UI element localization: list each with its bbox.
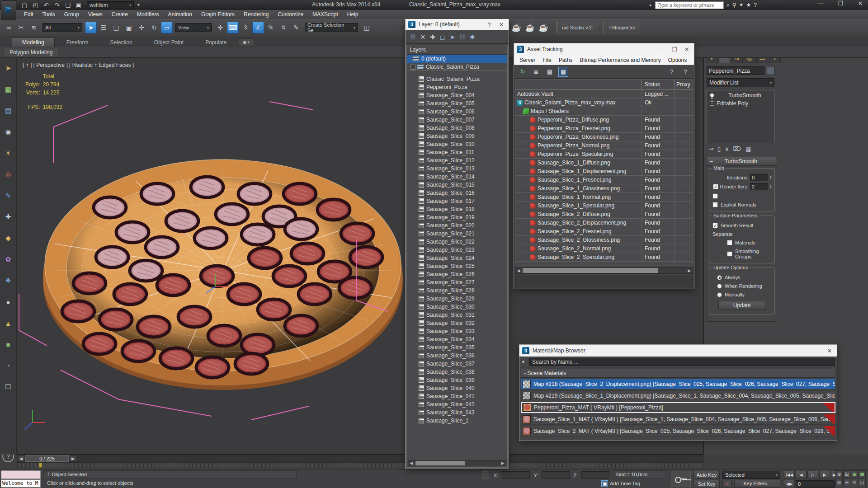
asset-row[interactable]: Pepperoni_Pizza_Specular.png Found [515, 150, 693, 159]
help-question-icon[interactable]: ? [680, 67, 690, 77]
scroll-right-icon[interactable]: ▶ [500, 461, 506, 465]
layer-row[interactable]: − 0 (default) [407, 55, 507, 63]
reference-coordinate-combo[interactable]: View▾ [175, 23, 212, 32]
layer-row[interactable]: − Sausage_Slice_013 [407, 164, 507, 173]
y-coordinate-field[interactable] [542, 471, 570, 479]
iterations-spinner[interactable]: ▲▼ [769, 175, 772, 180]
asset-row[interactable]: Sausage_Slice_1_Fresnel.png Found [515, 176, 693, 184]
material-row[interactable]: Sausage_Slice_1_MAT ( VRayMtl ) [Sausage… [521, 414, 835, 425]
time-slider[interactable]: ◀ 0 / 225 ▶ [17, 455, 703, 462]
asset-row[interactable]: Sausage_Slice_2_Displacement.png Found [515, 219, 693, 227]
key-mode-toggle-icon[interactable]: ◀▶ [784, 480, 795, 488]
layer-row[interactable]: − Sausage_Slice_006 [407, 108, 507, 116]
zoom-icon[interactable]: ⊕ [835, 470, 843, 478]
asset-row[interactable]: Sausage_Slice_1_Specular.png Found [515, 202, 693, 210]
z-coordinate-field[interactable] [581, 471, 609, 479]
menu-item[interactable]: Group [60, 10, 83, 19]
layer-row[interactable]: − Sausage_Slice_039 [407, 376, 507, 384]
helper-add-icon[interactable]: ✚ [2, 211, 14, 223]
highlight-layer-icon[interactable]: ☷ [459, 33, 465, 41]
menu-item[interactable]: Tools [38, 10, 59, 19]
select-and-move-icon[interactable]: ✛ [136, 22, 147, 33]
tab-modeling[interactable]: Modeling [12, 38, 55, 47]
angle-snap-icon[interactable]: ∠ [252, 22, 264, 33]
layer-row[interactable]: − Sausage_Slice_018 [407, 205, 507, 213]
layer-row[interactable]: − Sausage_Slice_008 [407, 124, 507, 132]
delete-layer-icon[interactable]: ✕ [420, 33, 426, 41]
table-view-icon[interactable]: ▦ [558, 67, 568, 77]
asset-row[interactable]: Sausage_Slice_1_Normal.png Found [515, 193, 693, 202]
asset-row[interactable]: Sausage_Slice_2_Specular.png Found [515, 253, 693, 262]
track-bar[interactable] [17, 462, 703, 468]
layer-row[interactable]: − Sausage_Slice_043 [407, 408, 507, 417]
menu-item[interactable]: Views [84, 10, 107, 19]
layer-close-button[interactable]: ✕ [497, 21, 506, 28]
render-iters-field[interactable]: 2 [750, 183, 768, 190]
layer-row[interactable]: − Sausage_Slice_030 [407, 303, 507, 311]
show-end-result-icon[interactable]: ▯ [717, 145, 721, 152]
materials-checkbox[interactable] [727, 240, 732, 245]
layer-row[interactable]: − Sausage_Slice_038 [407, 368, 507, 376]
explicit-normals-checkbox[interactable] [712, 202, 718, 207]
layer-row[interactable]: − Sausage_Slice_036 [407, 352, 507, 360]
unlink-selection-icon[interactable]: ✂ [15, 22, 27, 33]
play-animation-icon[interactable]: ▷ [807, 471, 818, 479]
layer-row[interactable]: − Sausage_Slice_005 [407, 99, 507, 108]
asset-row[interactable]: Pepperoni_Pizza_Normal.png Found [515, 141, 693, 150]
scene-materials-section-header[interactable]: - Scene Materials [521, 369, 835, 378]
always-radio[interactable] [717, 275, 722, 280]
rectangular-selection-icon[interactable]: ▢ [110, 22, 122, 33]
scrollbar-thumb[interactable] [523, 268, 658, 273]
isoline-display-checkbox[interactable] [712, 193, 718, 199]
cone-primitive-icon[interactable]: ▲ [2, 317, 14, 329]
layer-properties-icon[interactable]: ✱ [470, 33, 475, 41]
plugin-toolbar-button[interactable]: TSInspector [603, 22, 640, 33]
x-coordinate-field[interactable] [502, 471, 530, 479]
manually-radio[interactable] [717, 292, 722, 297]
remove-modifier-icon[interactable]: ⌦ [733, 145, 741, 152]
layer-row[interactable]: − Sausage_Slice_016 [407, 189, 507, 197]
spinner-snap-icon[interactable]: ⇅ [278, 22, 289, 33]
layer-row[interactable]: − Sausage_Slice_1 [407, 417, 507, 425]
layer-row[interactable]: − Sausage_Slice_027 [407, 278, 507, 286]
mirror-icon[interactable]: ◫ [361, 22, 373, 33]
maximize-button[interactable]: ❐ [836, 0, 844, 7]
ribbon-config-dropdown[interactable]: ▣ ▾ [239, 38, 254, 46]
keyboard-override-icon[interactable]: ⌨ [227, 22, 239, 33]
asset-maximize-button[interactable]: ❐ [670, 46, 679, 53]
filter-dropdown-icon[interactable]: ▼ [521, 360, 528, 364]
set-key-button[interactable]: Set Key [693, 480, 720, 488]
viewport-label[interactable]: [ + ] [ Perspective ] [ Realistic + Edge… [23, 62, 134, 68]
set-keys-button[interactable] [671, 471, 691, 487]
menu-item[interactable]: Help [343, 10, 363, 19]
select-and-manipulate-icon[interactable]: ✜ [214, 22, 226, 33]
layer-row[interactable]: − Sausage_Slice_033 [407, 327, 507, 335]
render-iters-spinner[interactable]: ▲▼ [769, 184, 772, 189]
select-and-scale-icon[interactable]: ▱ [161, 22, 173, 33]
smooth-result-checkbox[interactable]: ✓ [712, 223, 718, 228]
tab-freeform[interactable]: Freeform [57, 38, 99, 47]
proxy-column-header[interactable]: Proxy [675, 80, 693, 89]
go-to-start-icon[interactable]: |◀◀ [784, 471, 795, 479]
layer-row[interactable]: − Sausage_Slice_012 [407, 156, 507, 164]
object-name-field[interactable] [707, 66, 764, 75]
configure-modifier-sets-icon[interactable]: ▦ [745, 145, 751, 152]
key-selection-combo[interactable]: Selected▾ [722, 471, 780, 479]
layer-row[interactable]: − Pepperoni_Pizza [407, 83, 507, 91]
asset-row[interactable]: Autodesk Vault Logged ... [515, 90, 693, 99]
menu-item[interactable]: Customize [274, 10, 307, 19]
scroll-left-icon[interactable]: ◀ [515, 268, 522, 273]
select-objects-in-layer-icon[interactable]: ◻ [440, 33, 445, 41]
polygon-modeling-panel[interactable]: Polygon Modeling [4, 48, 58, 56]
layer-row[interactable]: − Sausage_Slice_021 [407, 230, 507, 238]
scroll-right-icon[interactable]: ▶ [686, 268, 693, 273]
layer-row[interactable]: − Sausage_Slice_031 [407, 311, 507, 319]
named-selection-set-combo[interactable]: Create Selection Se▾ [305, 23, 358, 32]
smoothing-groups-checkbox[interactable] [727, 251, 732, 257]
infocenter-expand-icon[interactable]: ▸ [650, 3, 655, 7]
zoom-extents-icon[interactable]: ▣ [851, 470, 858, 478]
layer-row[interactable]: − Classic_Salami_Pizza [407, 63, 507, 71]
create-new-layer-icon[interactable]: ☰ [410, 33, 416, 41]
material-close-button[interactable]: ✕ [825, 347, 834, 354]
iterations-field[interactable]: 0 [750, 174, 768, 181]
